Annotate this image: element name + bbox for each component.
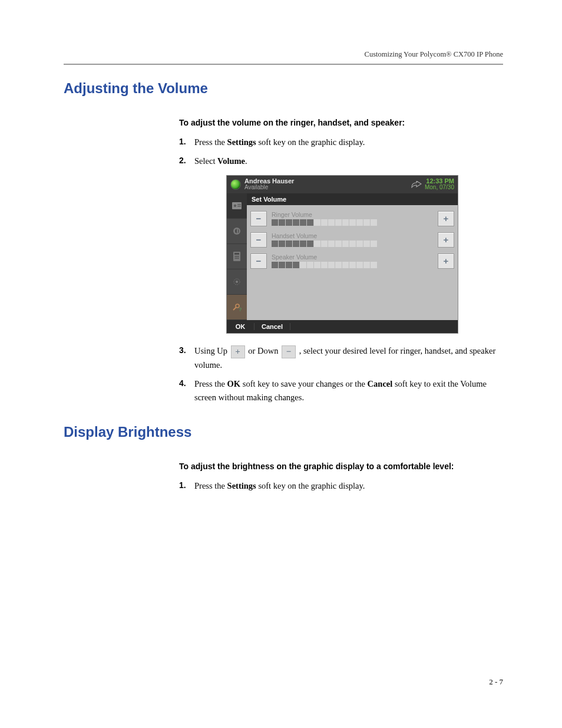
volume-segment: [307, 262, 313, 268]
volume-step-4: 4. Press the OK soft key to save your ch…: [179, 377, 503, 404]
svg-point-8: [236, 256, 237, 257]
svg-text:?: ?: [239, 307, 242, 312]
volume-segment: [335, 262, 342, 268]
ringer-label: Ringer Volume: [272, 211, 433, 218]
volume-segment: [356, 241, 363, 247]
ringer-plus-button[interactable]: +: [438, 211, 454, 226]
side-nav: ?: [227, 193, 247, 320]
text: Select: [194, 156, 217, 166]
volume-segment: [328, 241, 335, 247]
volume-segment: [272, 219, 278, 226]
speaker-plus-button[interactable]: +: [438, 253, 454, 269]
volume-segment: [272, 241, 278, 247]
bold-text: Settings: [227, 481, 256, 490]
svg-rect-6: [234, 253, 239, 255]
volume-segment: [279, 219, 285, 226]
volume-segment: [371, 262, 377, 268]
volume-segment: [363, 241, 370, 247]
clock-date: Mon, 07/30: [425, 185, 454, 191]
forward-icon: [408, 179, 425, 190]
volume-segment: [363, 262, 370, 268]
inline-minus-icon: −: [282, 345, 296, 358]
text: .: [245, 156, 247, 166]
volume-segment: [371, 219, 377, 226]
text: Press the: [194, 481, 227, 490]
volume-segment: [349, 219, 356, 226]
volume-segment: [321, 241, 328, 247]
screenshot-body: ? Set Volume − Ringer Volume +: [227, 193, 458, 320]
ringer-minus-button[interactable]: −: [250, 211, 267, 226]
step-number: 1.: [179, 136, 194, 149]
handset-minus-button[interactable]: −: [250, 232, 267, 248]
volume-segment: [272, 262, 278, 268]
section-heading-volume: Adjusting the Volume: [64, 80, 503, 97]
bold-text: Volume: [217, 156, 245, 166]
volume-segment: [363, 219, 370, 226]
volume-segment: [314, 219, 320, 226]
handset-label: Handset Volume: [272, 232, 433, 239]
volume-segment: [321, 262, 328, 268]
volume-intro: To adjust the volume on the ringer, hand…: [179, 118, 503, 127]
volume-segment: [314, 262, 320, 268]
running-header: Customizing Your Polycom® CX700 IP Phone: [64, 50, 503, 64]
inline-plus-icon: +: [231, 345, 245, 358]
volume-segment: [279, 262, 285, 268]
text: or Down: [246, 346, 280, 355]
svg-point-11: [236, 258, 237, 259]
step-number: 4.: [179, 377, 194, 390]
volume-segment: [314, 241, 320, 247]
step-body: Press the OK soft key to save your chang…: [194, 377, 503, 404]
page-number: 2 - 7: [489, 677, 503, 687]
panel-title: Set Volume: [247, 193, 458, 205]
svg-rect-2: [237, 204, 241, 205]
volume-segment: [321, 219, 328, 226]
step-body: Select Volume.: [194, 154, 503, 167]
volume-segment: [342, 262, 349, 268]
screenshot-header: Andreas Hauser Available 12:33 PM Mon, 0…: [227, 176, 458, 193]
volume-segment: [300, 262, 306, 268]
bold-text: Cancel: [368, 379, 393, 388]
volume-segment: [307, 241, 313, 247]
volume-segment: [328, 262, 335, 268]
speaker-mid: Speaker Volume: [267, 253, 438, 268]
screenshot-main: Set Volume − Ringer Volume + −: [247, 193, 458, 320]
volume-segment: [335, 219, 342, 226]
volume-content: To adjust the volume on the ringer, hand…: [179, 118, 503, 404]
ok-softkey[interactable]: OK: [227, 323, 254, 330]
volume-segment: [293, 241, 299, 247]
document-page: Customizing Your Polycom® CX700 IP Phone…: [0, 0, 562, 728]
presence-icon: [230, 179, 241, 190]
step-body: Press the Settings soft key on the graph…: [194, 479, 503, 492]
text: soft key to save your changes or the: [240, 379, 367, 388]
volume-segment: [300, 219, 306, 226]
handset-plus-button[interactable]: +: [438, 232, 454, 248]
volume-segment: [349, 262, 356, 268]
step-number: 2.: [179, 154, 194, 167]
speaker-bar: [272, 262, 433, 268]
svg-point-9: [238, 256, 239, 257]
bold-text: Settings: [227, 137, 256, 147]
ringer-bar: [272, 219, 433, 226]
cancel-softkey[interactable]: Cancel: [254, 323, 290, 330]
svg-point-14: [236, 281, 238, 283]
svg-point-12: [238, 258, 239, 259]
step-number: 3.: [179, 344, 194, 357]
svg-point-1: [234, 205, 236, 207]
volume-segment: [286, 219, 292, 226]
volume-segment: [286, 262, 292, 268]
volume-steps-cont: 3. Using Up + or Down − , select your de…: [179, 344, 503, 404]
speaker-minus-button[interactable]: −: [250, 253, 267, 269]
step-body: Using Up + or Down − , select your desir…: [194, 344, 503, 371]
header-rule: [64, 64, 503, 65]
brightness-content: To adjust the brightness on the graphic …: [179, 462, 503, 492]
volume-step-1: 1. Press the Settings soft key on the gr…: [179, 136, 503, 149]
user-name: Andreas Hauser: [244, 178, 408, 185]
ringer-row: − Ringer Volume +: [250, 211, 454, 226]
volume-step-3: 3. Using Up + or Down − , select your de…: [179, 344, 503, 371]
volume-segment: [293, 262, 299, 268]
side-speaker-icon: [227, 219, 247, 244]
volume-segment: [356, 219, 363, 226]
phone-screenshot: Andreas Hauser Available 12:33 PM Mon, 0…: [226, 175, 458, 334]
volume-segment: [349, 241, 356, 247]
bold-text: OK: [227, 379, 241, 388]
